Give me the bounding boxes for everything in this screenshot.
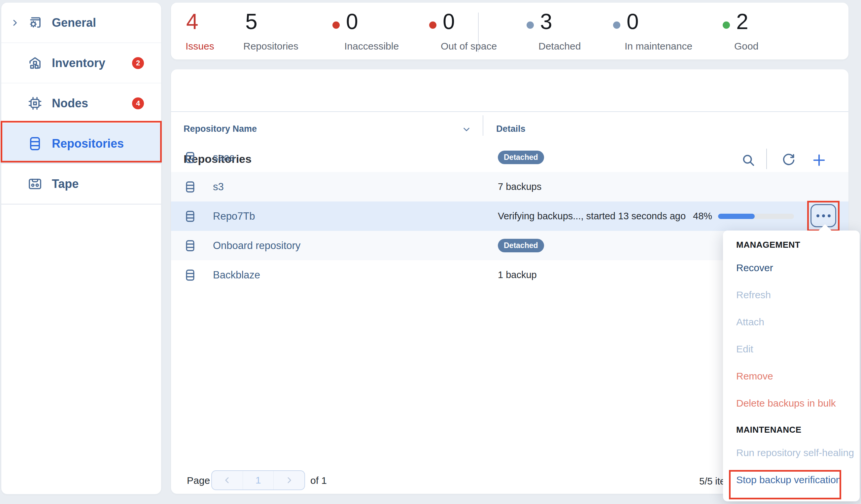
- sidebar-item-inventory[interactable]: Inventory 2: [1, 43, 161, 83]
- settings-window-icon: [27, 15, 43, 31]
- status-dot: [613, 22, 620, 29]
- out-of-space-label: Out of space: [441, 40, 497, 52]
- menu-item-run-repository-self-healing: Run repository self-healing: [723, 439, 860, 466]
- repository-icon: [183, 239, 197, 253]
- repository-name[interactable]: Backblaze: [213, 269, 260, 281]
- details-text: 1 backup: [498, 270, 537, 281]
- menu-item-edit: Edit: [723, 336, 860, 363]
- status-dot: [332, 22, 340, 29]
- table-row[interactable]: saas Detached: [171, 143, 848, 172]
- repositories-label: Repositories: [243, 40, 298, 52]
- status-badge: Detached: [498, 239, 544, 252]
- chevron-left-icon: [223, 476, 231, 485]
- current-page-field[interactable]: 1: [243, 471, 274, 489]
- progress-bar: [718, 214, 794, 219]
- status-dot: [429, 22, 436, 29]
- table-row[interactable]: s3 7 backups: [171, 172, 848, 202]
- repository-name[interactable]: Repo7Tb: [213, 210, 255, 222]
- repository-name[interactable]: Onboard repository: [213, 240, 300, 252]
- sidebar-item-label: Inventory: [52, 56, 105, 70]
- page-total-label: of 1: [310, 475, 327, 486]
- status-dot: [723, 22, 730, 29]
- detached-count: 3: [540, 10, 552, 33]
- menu-item-attach: Attach: [723, 309, 860, 336]
- next-page-button[interactable]: [273, 471, 304, 489]
- menu-item-delete-backups-in-bulk[interactable]: Delete backups in bulk: [723, 390, 860, 417]
- menu-section-management: MANAGEMENT: [723, 235, 860, 254]
- repository-name[interactable]: s3: [213, 181, 224, 193]
- current-page-value: 1: [256, 475, 261, 486]
- cpu-icon: [27, 95, 43, 111]
- status-badge: Detached: [498, 151, 544, 164]
- table-row-highlighted[interactable]: Repo7Tb Verifying backups..., started 13…: [171, 202, 848, 231]
- in-maintenance-count: 0: [627, 10, 639, 33]
- column-divider: [483, 115, 483, 136]
- in-maintenance-label: In maintenance: [625, 40, 692, 52]
- previous-page-button[interactable]: [212, 471, 243, 489]
- sidebar-item-label: General: [52, 16, 96, 30]
- issues-count: 4: [186, 10, 199, 33]
- sidebar-divider: [1, 204, 161, 204]
- out-of-space-count: 0: [443, 10, 455, 33]
- chevron-down-icon[interactable]: [462, 124, 472, 134]
- menu-section-gap: [723, 417, 860, 420]
- column-header-details: Details: [496, 124, 525, 134]
- progress-fill: [718, 214, 754, 219]
- progress-percent: 48%: [693, 211, 712, 222]
- repository-name[interactable]: saas: [213, 152, 234, 163]
- sidebar-item-general[interactable]: General: [1, 3, 161, 43]
- pager-control: 1: [211, 470, 305, 490]
- menu-item-remove[interactable]: Remove: [723, 363, 860, 390]
- detached-label: Detached: [538, 40, 581, 52]
- good-count: 2: [736, 10, 749, 33]
- sidebar-item-label: Nodes: [52, 96, 88, 110]
- sidebar-item-label: Tape: [52, 177, 79, 191]
- verification-status-text: Verifying backups..., started 13 seconds…: [498, 211, 686, 222]
- row-actions-context-menu: MANAGEMENT Recover Refresh Attach Edit R…: [723, 231, 860, 501]
- status-dot: [527, 22, 534, 29]
- tape-icon: [27, 176, 43, 192]
- sidebar-item-nodes[interactable]: Nodes 4: [1, 83, 161, 124]
- inaccessible-count: 0: [346, 10, 358, 33]
- inaccessible-label: Inaccessible: [344, 40, 399, 52]
- details-text: 7 backups: [498, 181, 542, 192]
- menu-item-recover[interactable]: Recover: [723, 254, 860, 282]
- sidebar: General Inventory 2: [1, 3, 161, 494]
- repository-icon: [183, 180, 197, 194]
- app-root: General Inventory 2: [0, 0, 861, 504]
- repository-icon: [183, 150, 197, 165]
- inventory-icon: [27, 55, 43, 71]
- inventory-count-badge: 2: [132, 57, 144, 69]
- issues-label: Issues: [186, 40, 214, 52]
- chevron-right-icon[interactable]: [11, 18, 19, 27]
- menu-section-maintenance: MAINTENANCE: [723, 420, 860, 439]
- column-header-name[interactable]: Repository Name: [183, 124, 257, 134]
- nodes-count-badge: 4: [132, 97, 144, 109]
- chevron-right-icon: [285, 476, 293, 485]
- stats-card: 4 Issues 5 Repositories 0 Inaccessible 0…: [171, 3, 848, 59]
- repository-icon: [183, 209, 197, 223]
- table-header: Repository Name Details: [171, 112, 848, 142]
- annotation-repositories-sidebar: [1, 121, 162, 163]
- annotation-stop-backup-verification: [729, 470, 841, 499]
- page-label: Page: [187, 475, 210, 486]
- sidebar-item-tape[interactable]: Tape: [1, 164, 161, 204]
- menu-item-refresh: Refresh: [723, 282, 860, 309]
- repository-icon: [183, 268, 197, 282]
- repositories-count: 5: [245, 10, 258, 33]
- good-label: Good: [734, 40, 758, 52]
